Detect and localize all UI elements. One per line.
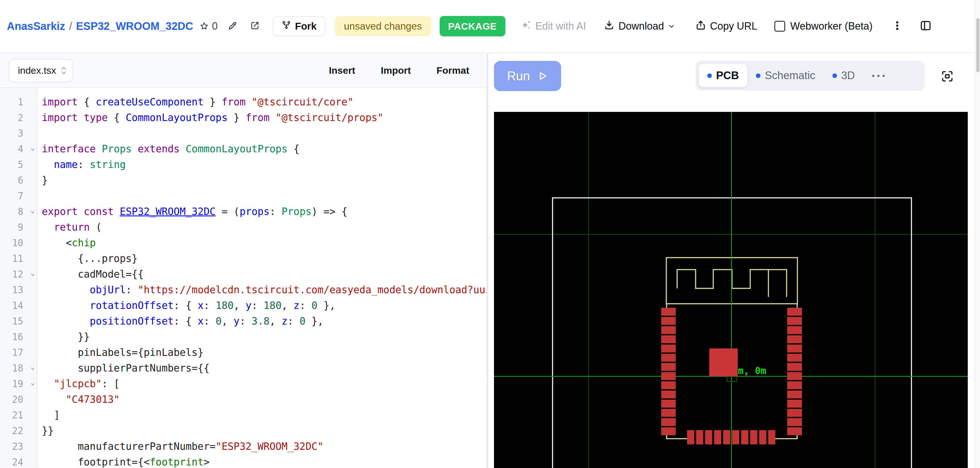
line-number[interactable]: 21 (0, 407, 37, 423)
code-line[interactable]: <chip (42, 235, 487, 251)
line-number[interactable]: 13 (0, 282, 37, 298)
edit-with-ai-button[interactable]: Edit with AI (520, 19, 586, 33)
line-number[interactable]: 12⌄ (0, 267, 37, 282)
code-line[interactable]: name: string (42, 157, 487, 173)
line-number[interactable]: 16 (0, 329, 37, 345)
line-number[interactable]: 19⌄ (0, 376, 37, 392)
webworker-checkbox[interactable] (775, 21, 785, 32)
menu-format[interactable]: Format (436, 65, 469, 76)
tab-schematic[interactable]: Schematic (748, 64, 824, 88)
webworker-toggle[interactable]: Webworker (Beta) (775, 20, 872, 32)
pad-left (661, 400, 676, 408)
edit-with-ai-label: Edit with AI (536, 20, 586, 32)
file-selector[interactable]: index.tsx (9, 59, 73, 82)
code-line[interactable]: interface Props extends CommonLayoutProp… (42, 141, 487, 157)
code-line[interactable]: cadModel={{ (42, 267, 487, 282)
code-line[interactable]: pinLabels={pinLabels} (42, 345, 487, 360)
breadcrumb-owner-link[interactable]: AnasSarkiz (7, 20, 65, 32)
line-number[interactable]: 6 (0, 173, 37, 188)
tab-label: 3D (841, 69, 855, 82)
tab-3d[interactable]: 3D (824, 64, 864, 88)
sparkles-icon (520, 19, 531, 33)
pcb-canvas[interactable]: 0m, 0m (494, 112, 968, 468)
menu-insert[interactable]: Insert (329, 65, 355, 76)
line-number[interactable]: 2 (0, 110, 37, 126)
fold-chevron-icon[interactable]: ⌄ (30, 144, 35, 151)
download-button[interactable]: Download (604, 20, 675, 33)
line-number[interactable]: 11 (0, 251, 37, 267)
line-number[interactable]: 18⌄ (0, 360, 37, 376)
code-line[interactable] (42, 188, 487, 204)
code-line[interactable] (42, 126, 487, 141)
star-button[interactable]: 0 (199, 20, 218, 32)
pcb-render: 0m, 0m (494, 112, 968, 468)
package-badge: PACKAGE (440, 16, 505, 37)
pad-right (787, 354, 802, 362)
pad-left (661, 345, 676, 352)
fork-icon (282, 21, 291, 32)
line-number[interactable]: 15 (0, 313, 37, 329)
page-scrollbar[interactable] (975, 0, 980, 468)
code-line[interactable]: supplierPartNumbers={{ (42, 360, 487, 376)
more-options-button[interactable] (891, 20, 903, 33)
code-area[interactable]: 1234⌄5678⌄9101112⌄131415161718⌄19⌄202122… (0, 88, 487, 468)
pad-right (787, 335, 802, 343)
code-lines[interactable]: import { createUseComponent } from "@tsc… (37, 88, 487, 468)
code-line[interactable]: footprint={<footprint> (42, 454, 487, 468)
scrollbar-thumb[interactable] (976, 18, 980, 72)
pad-bottom (705, 430, 712, 444)
line-number[interactable]: 9 (0, 219, 37, 235)
code-line[interactable]: rotationOffset: { x: 180, y: 180, z: 0 }… (42, 298, 487, 313)
rename-button[interactable] (227, 20, 238, 32)
line-number[interactable]: 20 (0, 392, 37, 407)
fold-chevron-icon[interactable]: ⌄ (30, 206, 35, 214)
code-line[interactable]: "C473013" (42, 392, 487, 407)
tab-label: PCB (716, 69, 739, 82)
line-number[interactable]: 22 (0, 423, 37, 439)
line-number[interactable]: 14 (0, 298, 37, 313)
menu-import[interactable]: Import (381, 65, 411, 76)
pad-left (661, 372, 676, 380)
line-number[interactable]: 23 (0, 439, 37, 454)
tab-status-dot (832, 73, 837, 78)
code-line[interactable]: import type { CommonLayoutProps } from "… (42, 110, 487, 126)
toggle-sidebar-button[interactable] (919, 19, 932, 33)
pad-right (787, 326, 802, 334)
fold-chevron-icon[interactable]: ⌄ (30, 363, 35, 371)
line-number[interactable]: 17 (0, 345, 37, 360)
code-line[interactable]: {...props} (42, 251, 487, 267)
copy-url-button[interactable]: Copy URL (695, 20, 757, 33)
star-count: 0 (212, 20, 218, 32)
tab-pcb[interactable]: PCB (699, 64, 748, 88)
code-line[interactable]: } (42, 173, 487, 188)
more-tabs-button[interactable]: ··· (871, 68, 887, 83)
line-number[interactable]: 7 (0, 188, 37, 204)
breadcrumb-project-link[interactable]: ESP32_WROOM_32DC (76, 20, 193, 32)
line-number[interactable]: 8⌄ (0, 204, 37, 219)
code-line[interactable]: }} (42, 329, 487, 345)
code-line[interactable]: positionOffset: { x: 0, y: 3.8, z: 0 }, (42, 313, 487, 329)
code-line[interactable]: ] (42, 407, 487, 423)
fullscreen-icon (941, 70, 954, 84)
breadcrumb-separator: / (69, 20, 72, 32)
line-number[interactable]: 1 (0, 94, 37, 110)
code-line[interactable]: export const ESP32_WROOM_32DC = (props: … (42, 204, 487, 219)
line-number[interactable]: 3 (0, 126, 37, 141)
code-line[interactable]: manufacturerPartNumber="ESP32_WROOM_32DC… (42, 439, 487, 454)
code-line[interactable]: objUrl: "https://modelcdn.tscircuit.com/… (42, 282, 487, 298)
line-number[interactable]: 10 (0, 235, 37, 251)
code-line[interactable]: import { createUseComponent } from "@tsc… (42, 94, 487, 110)
run-button[interactable]: Run (494, 61, 561, 91)
fullscreen-button[interactable] (941, 70, 954, 84)
open-external-button[interactable] (250, 20, 260, 32)
code-line[interactable]: return ( (42, 219, 487, 235)
pad-right (787, 427, 802, 435)
fold-chevron-icon[interactable]: ⌄ (30, 379, 35, 386)
line-number[interactable]: 24 (0, 454, 37, 468)
code-line[interactable]: "jlcpcb": [ (42, 376, 487, 392)
fork-button[interactable]: Fork (273, 16, 326, 36)
code-line[interactable]: }} (42, 423, 487, 439)
fold-chevron-icon[interactable]: ⌄ (30, 269, 35, 276)
line-number[interactable]: 4⌄ (0, 141, 37, 157)
line-number[interactable]: 5 (0, 157, 37, 173)
